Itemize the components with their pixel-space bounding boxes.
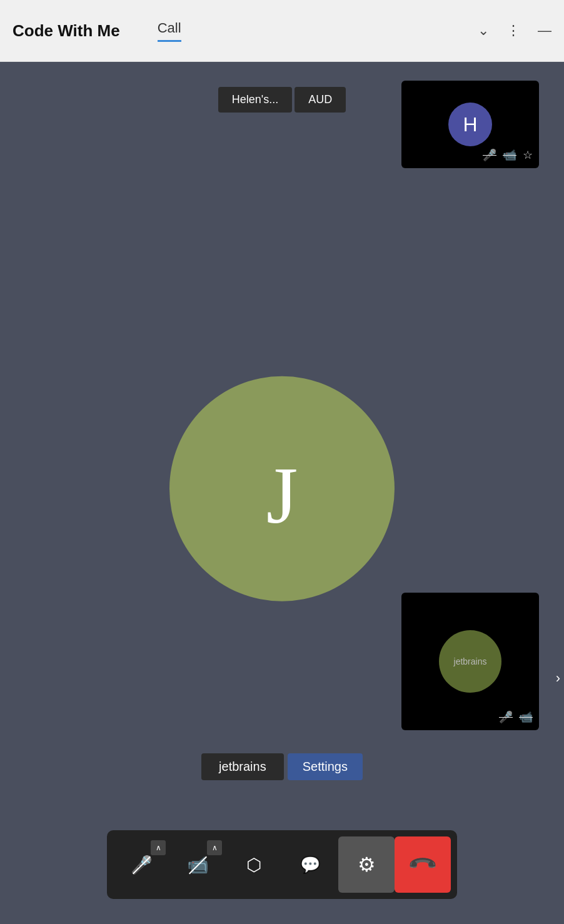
mic-off-icon: 🎤 <box>131 855 153 875</box>
bottom-toolbar: ∧ 🎤 ∧ 📹 ⬡ 💬 ⚙ 📞 <box>107 830 457 899</box>
chat-icon: 💬 <box>300 855 320 875</box>
helen-thumb-icons: 🎤 📹 ☆ <box>483 148 533 162</box>
scroll-right-arrow[interactable]: › <box>556 670 560 686</box>
helen-star-icon[interactable]: ☆ <box>523 148 533 162</box>
helen-camera-off-icon: 📹 <box>503 148 516 162</box>
main-avatar-letter: J <box>266 454 298 535</box>
call-area: Helen's... AUD H 🎤 📹 ☆ J jetbrains 🎤 📹 ›… <box>0 62 564 924</box>
jetbrains-avatar-label: jetbrains <box>454 656 487 666</box>
title-bar: Code With Me Call ⌄ ⋮ — <box>0 0 564 62</box>
helen-mute-icon: 🎤 <box>483 148 496 162</box>
camera-up-icon: ∧ <box>212 843 218 852</box>
main-avatar-container: J <box>169 376 395 601</box>
jetbrains-name-badge[interactable]: jetbrains <box>201 753 284 780</box>
jetbrains-avatar: jetbrains <box>439 630 501 693</box>
camera-button[interactable]: ∧ 📹 <box>169 836 226 893</box>
end-call-icon: 📞 <box>407 849 439 881</box>
minimize-icon[interactable]: — <box>538 23 551 39</box>
mute-chevron-up[interactable]: ∧ <box>151 840 166 855</box>
end-call-button[interactable]: 📞 <box>395 836 451 893</box>
settings-button[interactable]: ⚙ <box>338 836 395 893</box>
jetbrains-mute-icon: 🎤 <box>499 710 513 724</box>
helen-avatar: H <box>448 103 492 146</box>
share-button[interactable]: ⬡ <box>226 836 282 893</box>
helen-button[interactable]: Helen's... <box>218 87 292 113</box>
jetbrains-camera-off-icon: 📹 <box>519 710 533 724</box>
mute-button[interactable]: ∧ 🎤 <box>113 836 169 893</box>
share-icon: ⬡ <box>246 855 261 875</box>
main-avatar: J <box>169 376 395 601</box>
chat-button[interactable]: 💬 <box>282 836 338 893</box>
aud-button[interactable]: AUD <box>295 87 346 113</box>
bottom-labels: jetbrains Settings <box>0 753 564 780</box>
more-icon[interactable]: ⋮ <box>506 23 520 39</box>
helen-initial: H <box>463 113 477 136</box>
mute-up-icon: ∧ <box>156 843 161 852</box>
helen-thumbnail: H 🎤 📹 ☆ <box>401 81 539 168</box>
call-tab[interactable]: Call <box>158 20 181 42</box>
settings-badge[interactable]: Settings <box>288 753 363 780</box>
app-title: Code With Me <box>13 21 120 41</box>
camera-chevron-up[interactable]: ∧ <box>207 840 222 855</box>
jetbrains-thumbnail: jetbrains 🎤 📹 <box>401 593 539 730</box>
camera-off-icon: 📹 <box>187 855 209 875</box>
dropdown-icon[interactable]: ⌄ <box>478 23 489 39</box>
window-controls: ⌄ ⋮ — <box>478 23 551 39</box>
settings-gear-icon: ⚙ <box>358 853 376 876</box>
jetbrains-thumb-icons: 🎤 📹 <box>499 710 533 724</box>
